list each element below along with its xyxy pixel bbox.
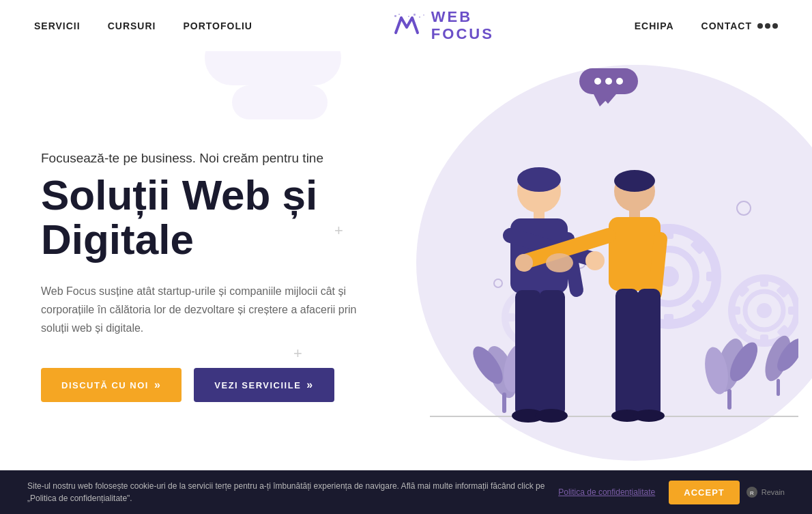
- discuss-arrow-icon: »: [154, 379, 161, 391]
- nav-contact-wrapper: CONTACT: [701, 20, 778, 31]
- hero-subtitle: Focusează-te pe business. Noi creăm pent…: [41, 151, 362, 166]
- nav-portofoliu[interactable]: PORTOFOLIU: [183, 20, 252, 31]
- hero-illustration: [348, 51, 812, 502]
- svg-rect-13: [706, 272, 720, 281]
- discuss-button[interactable]: DISCUTĂ CU NOI »: [41, 368, 182, 402]
- svg-point-60: [535, 409, 568, 423]
- logo-icon: [393, 12, 426, 40]
- svg-rect-53: [534, 210, 545, 220]
- svg-rect-57: [515, 290, 541, 416]
- svg-rect-31: [788, 306, 798, 315]
- svg-rect-11: [664, 314, 673, 328]
- nav-right: ECHIPA CONTACT: [635, 20, 778, 31]
- svg-rect-4: [419, 16, 420, 18]
- svg-text:R: R: [750, 490, 754, 496]
- hero-title: Soluții Web și Digitale: [41, 173, 362, 261]
- chat-bubble-decoration: [579, 68, 638, 94]
- services-arrow-icon: »: [306, 379, 313, 391]
- svg-rect-1: [398, 14, 400, 15]
- svg-rect-68: [615, 289, 639, 417]
- logo-text: WEB FOCUS: [431, 9, 494, 42]
- svg-rect-3: [414, 14, 416, 16]
- svg-rect-0: [394, 15, 396, 17]
- svg-point-27: [757, 303, 772, 318]
- revain-badge: R Revain: [746, 487, 785, 498]
- hero-description: Web Focus susține atât startup-urile și …: [41, 282, 362, 338]
- svg-rect-23: [504, 313, 515, 322]
- cookie-text: Site-ul nostru web folosește cookie-uri …: [27, 480, 558, 504]
- nav-servicii[interactable]: SERVICII: [34, 20, 81, 31]
- svg-rect-58: [539, 290, 565, 416]
- svg-rect-28: [760, 276, 768, 287]
- svg-point-52: [517, 167, 561, 192]
- svg-rect-2: [408, 16, 409, 17]
- hero-content: Focusează-te pe business. Noi creăm pent…: [0, 51, 396, 502]
- svg-rect-42: [502, 392, 506, 413]
- cookie-policy-link[interactable]: Politica de confidențialitate: [558, 487, 655, 497]
- logo[interactable]: WEB FOCUS: [393, 9, 494, 42]
- svg-rect-46: [727, 389, 731, 410]
- nav-contact[interactable]: CONTACT: [701, 20, 752, 31]
- cookie-bar: Site-ul nostru web folosește cookie-uri …: [0, 470, 812, 514]
- hero-buttons: DISCUTĂ CU NOI » VEZI SERVICIILE »: [41, 368, 362, 402]
- contact-dots-icon: [757, 23, 778, 29]
- navbar: SERVICII CURSURI PORTOFOLIU WEB FOCUS EC…: [0, 0, 812, 51]
- svg-rect-29: [760, 334, 768, 345]
- svg-point-71: [633, 410, 665, 422]
- svg-point-37: [737, 201, 751, 215]
- nav-echipa[interactable]: ECHIPA: [635, 20, 674, 31]
- hero-section: + + + + + Focusează-te pe business. Noi …: [0, 51, 812, 502]
- svg-rect-69: [637, 289, 661, 417]
- cookie-accept-button[interactable]: ACCEPT: [669, 481, 739, 504]
- svg-rect-49: [777, 379, 780, 396]
- svg-line-67: [655, 239, 661, 294]
- svg-marker-6: [593, 93, 613, 106]
- svg-rect-30: [729, 306, 740, 315]
- people-illustration: [375, 58, 798, 454]
- svg-point-72: [515, 254, 533, 272]
- svg-point-38: [494, 279, 502, 287]
- revain-label: Revain: [762, 488, 785, 496]
- svg-rect-64: [629, 208, 640, 218]
- svg-point-61: [585, 251, 605, 270]
- svg-point-73: [546, 253, 573, 272]
- nav-cursuri[interactable]: CURSURI: [108, 20, 156, 31]
- svg-rect-5: [423, 14, 424, 16]
- svg-point-63: [614, 170, 655, 192]
- services-button[interactable]: VEZI SERVICIILE »: [194, 368, 334, 402]
- nav-left: SERVICII CURSURI PORTOFOLIU: [34, 20, 252, 31]
